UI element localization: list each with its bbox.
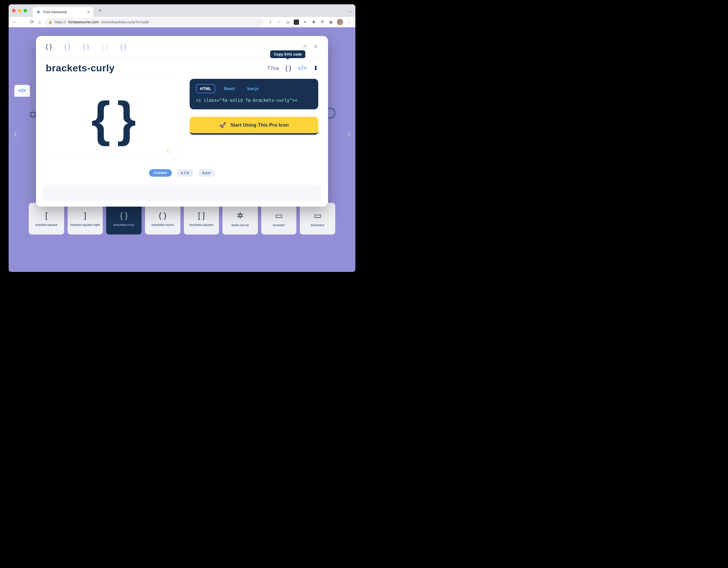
brackets-curly-icon[interactable]: { } — [285, 64, 291, 72]
unicode-codepoint[interactable]: f7ea — [267, 65, 279, 71]
close-icon[interactable]: ✕ — [313, 43, 318, 50]
minimize-window-icon[interactable] — [18, 9, 21, 12]
icon-card[interactable]: [bracket-square — [29, 203, 64, 235]
close-window-icon[interactable] — [12, 9, 16, 12]
icon-label: bracket-square — [35, 223, 58, 226]
reload-icon[interactable]: ⟳ — [30, 19, 34, 25]
browser-window: ⚑ Font Awesome × + ⌄ ← → ⟳ ⌂ 🔒 https://f… — [9, 4, 355, 272]
cta-label: Start Using This Pro Icon — [230, 122, 289, 128]
icon-label: brackets-square — [190, 223, 213, 226]
flag-icon: ⚑ — [36, 10, 41, 14]
share-icon[interactable]: ⇪ — [268, 20, 273, 25]
new-tab-button[interactable]: + — [96, 8, 104, 14]
glyph-icon: ] — [84, 211, 86, 220]
icon-label: brain-circuit — [232, 223, 249, 227]
avatar[interactable] — [337, 19, 343, 25]
back-icon[interactable]: ← — [12, 19, 17, 25]
icon-label: bracket-square-right — [70, 223, 100, 226]
chip-version[interactable]: 5.7.0 — [176, 169, 193, 177]
url-host: fontawesome.com — [68, 20, 99, 24]
code-tabs: HTML React Vue.js — [196, 84, 312, 93]
icon-grid: [bracket-square]bracket-square-right{ }b… — [29, 203, 335, 235]
chevron-down-icon[interactable]: ⌄ — [348, 8, 352, 13]
modal-footer — [43, 185, 321, 201]
url-path: /icons/brackets-curly?s=solid — [101, 20, 149, 24]
next-arrow-icon[interactable]: › — [344, 125, 353, 142]
menu-icon[interactable]: ⋮ — [347, 20, 352, 25]
rocket-icon: 🚀 — [219, 122, 226, 129]
address-bar[interactable]: 🔒 https://fontawesome.com/icons/brackets… — [45, 18, 264, 26]
icon-card[interactable]: [ ]brackets-square — [184, 203, 219, 235]
home-icon[interactable]: ⌂ — [38, 19, 41, 25]
browser-toolbar: ← → ⟳ ⌂ 🔒 https://fontawesome.com/icons/… — [9, 17, 355, 27]
code-snippet[interactable]: <i class="fa-solid fa-brackets-curly">< — [196, 98, 312, 103]
chip-category[interactable]: CODING — [149, 169, 172, 177]
icon-card[interactable]: ✲brain-circuit — [222, 203, 258, 235]
tab-vue[interactable]: Vue.js — [243, 85, 262, 93]
glyph-icon: [ — [45, 211, 47, 220]
solid-style-icon[interactable]: { } — [46, 43, 52, 50]
glyph-icon: ▭ — [275, 211, 283, 220]
traffic-lights — [12, 9, 27, 12]
page-content: </> ‹ › [bracket-square]bracket-square-r… — [9, 27, 355, 272]
star-icon[interactable]: ☆ — [277, 20, 282, 25]
url-prefix: https:// — [55, 20, 66, 24]
tab-strip: ⚑ Font Awesome × + ⌄ — [9, 4, 355, 17]
icon-card[interactable]: ▭browsers — [300, 203, 335, 235]
icon-detail-modal: { } { } { } { } { } ↗ ✕ Copy SVG code br… — [36, 36, 328, 207]
glyph-icon: { } — [120, 211, 127, 220]
flask-icon[interactable]: ⚗ — [320, 20, 325, 25]
glyph-icon: ▭ — [314, 211, 321, 220]
tag-chips: CODING 5.7.0 6.0.0 — [46, 169, 318, 177]
maximize-window-icon[interactable] — [24, 9, 27, 12]
code-icon[interactable]: </> — [298, 64, 307, 72]
icon-name: brackets-curly — [46, 62, 115, 74]
extension-icon[interactable]: ✦ — [302, 20, 308, 25]
glyph-icon: ✲ — [237, 211, 243, 220]
icon-preview: { } ☾ — [46, 79, 178, 159]
close-icon[interactable]: × — [87, 9, 90, 15]
icon-label: browser — [273, 223, 285, 227]
tooltip: Copy SVG code — [270, 50, 305, 58]
glyph-icon: ( ) — [159, 211, 166, 220]
duotone-style-icon[interactable]: { } — [120, 43, 126, 50]
panel-icon[interactable]: ▣ — [328, 20, 333, 25]
thin-style-icon[interactable]: { } — [102, 43, 108, 50]
icon-card[interactable]: ▭browser — [261, 203, 297, 235]
extension-icon[interactable]: ⬚ — [294, 20, 299, 25]
chip-version[interactable]: 6.0.0 — [198, 169, 215, 177]
style-variants: { } { } { } { } { } — [46, 43, 126, 50]
download-icon[interactable]: ⬇ — [313, 64, 318, 72]
code-tab[interactable]: </> — [14, 85, 30, 97]
brackets-curly-icon: { } — [91, 91, 133, 147]
start-using-button[interactable]: 🚀 Start Using This Pro Icon — [190, 117, 318, 135]
glyph-icon: [ ] — [198, 211, 205, 220]
lock-icon: 🔒 — [48, 20, 52, 24]
browser-tab[interactable]: ⚑ Font Awesome × — [33, 7, 93, 17]
code-snippet-panel: HTML React Vue.js <i class="fa-solid fa-… — [190, 79, 318, 109]
icon-card[interactable]: ]bracket-square-right — [68, 203, 103, 235]
moon-icon[interactable]: ☾ — [166, 147, 172, 155]
icon-label: browsers — [311, 223, 324, 227]
open-external-icon[interactable]: ↗ — [302, 43, 307, 50]
prev-arrow-icon[interactable]: ‹ — [11, 125, 20, 142]
icon-card[interactable]: ( )brackets-round — [145, 203, 180, 235]
puzzle-icon[interactable]: ✱ — [311, 20, 316, 25]
icon-label: brackets-round — [152, 223, 174, 226]
tab-html[interactable]: HTML — [196, 84, 215, 93]
toolbar-actions: ⇪ ☆ ◎ ⬚ ✦ ✱ ⚗ ▣ ⋮ — [268, 19, 352, 25]
light-style-icon[interactable]: { } — [83, 43, 89, 50]
tab-title: Font Awesome — [43, 10, 85, 14]
icon-card[interactable]: { }brackets-curly — [106, 203, 142, 235]
forward-icon[interactable]: → — [21, 19, 26, 25]
icon-label: brackets-curly — [114, 223, 134, 226]
tab-react[interactable]: React — [220, 85, 238, 93]
regular-style-icon[interactable]: { } — [64, 43, 70, 50]
extension-icon[interactable]: ◎ — [285, 20, 290, 25]
